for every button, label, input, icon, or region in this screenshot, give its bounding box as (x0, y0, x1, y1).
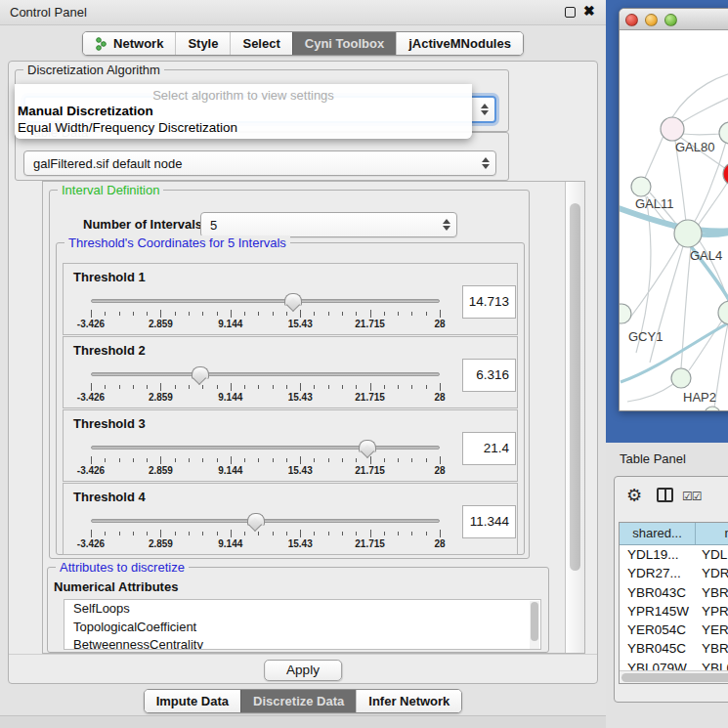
table-cell: YDR27... (620, 564, 696, 582)
table-cell: YDL19... (620, 545, 696, 564)
tab-jactivemnodules[interactable]: jActiveMNodules (396, 32, 523, 55)
table-cell: YDR2 (696, 564, 728, 582)
apply-button[interactable]: Apply (264, 660, 342, 681)
slider-track[interactable] (91, 372, 440, 376)
table-data-combobox[interactable]: galFiltered.sif default node (23, 150, 496, 176)
network-window-titlebar[interactable] (620, 9, 728, 30)
threshold-4-panel: Threshold 4 -3.4262.8599.14415.4321.7152… (63, 483, 518, 555)
network-node[interactable] (620, 304, 631, 323)
network-node[interactable] (661, 117, 684, 141)
threshold-value-field[interactable]: 6.316 (462, 359, 516, 392)
popup-item-manual-discretization[interactable]: Manual Discretization (18, 104, 153, 118)
list-scrollbar[interactable] (530, 601, 539, 650)
slider-tick-labels: -3.4262.8599.14415.4321.71528 (91, 538, 440, 550)
slider-track[interactable] (91, 519, 440, 523)
attribute-list-item[interactable]: SelfLoops (64, 600, 529, 619)
threshold-value-field[interactable]: 14.713 (462, 285, 516, 319)
network-edge[interactable] (627, 384, 673, 402)
attribute-list-item[interactable]: BetweennessCentrality (64, 636, 529, 650)
tick-label: 21.715 (355, 538, 385, 549)
gear-icon[interactable]: ⚙ (626, 485, 642, 506)
top-tabbar: Network Style Select Cyni Toolbox jActiv… (0, 26, 606, 61)
network-node-label: GCY1 (628, 329, 663, 344)
table-row[interactable]: YER054CYER0 (620, 621, 728, 639)
number-of-intervals-combobox[interactable]: 5 (200, 212, 457, 237)
threshold-2-slider[interactable]: -3.4262.8599.14415.4321.71528 (91, 372, 440, 402)
network-node[interactable] (719, 122, 728, 144)
table-row[interactable]: YDR27...YDR2 (620, 564, 728, 582)
column-header-name[interactable]: na (696, 523, 728, 544)
table-toolbar: ⚙ ☑☑ (615, 477, 728, 516)
thresholds-coordinates-group: Threshold's Coordinates for 5 Intervals … (56, 242, 525, 555)
threshold-value-field[interactable]: 21.4 (462, 432, 516, 465)
table-row[interactable]: YBL079WYBL0 (620, 659, 728, 670)
slider-track[interactable] (91, 446, 440, 450)
network-edge[interactable] (645, 136, 664, 178)
attribute-list-item[interactable]: TopologicalCoefficient (64, 619, 529, 637)
scrollbar-thumb[interactable] (621, 673, 728, 682)
number-of-intervals-label: Number of Intervals (83, 217, 202, 232)
table-panel: Table Panel ⚙ ☑☑ shared... na YDL19...YD… (606, 443, 728, 728)
numerical-attributes-list[interactable]: SelfLoopsTopologicalCoefficientBetweenne… (64, 599, 541, 650)
tab-cyni-toolbox[interactable]: Cyni Toolbox (292, 32, 396, 55)
network-node[interactable] (705, 407, 720, 411)
group-title: Interval Definition (58, 183, 163, 197)
close-traffic-light-icon[interactable] (625, 14, 638, 26)
network-edge[interactable] (679, 91, 728, 124)
network-canvas[interactable]: GAL80GACGAL11GAL4GCY1HHAP2 (620, 30, 728, 411)
tick-label: 28 (434, 538, 445, 549)
float-window-icon[interactable] (565, 7, 576, 18)
table-horizontal-scrollbar[interactable] (620, 670, 728, 684)
table-row[interactable]: YPR145WYPR1 (620, 602, 728, 621)
network-window: GAL80GACGAL11GAL4GCY1HHAP2 (619, 8, 728, 411)
combo-stepper-icon (481, 104, 489, 115)
network-node[interactable] (718, 301, 728, 324)
threshold-1-slider[interactable]: -3.4262.8599.14415.4321.71528 (91, 299, 440, 328)
network-edge[interactable] (672, 69, 728, 117)
settings-scrollbar[interactable] (565, 182, 584, 653)
tab-impute-data[interactable]: Impute Data (145, 690, 240, 712)
slider-track[interactable] (91, 299, 440, 303)
tab-infer-network[interactable]: Infer Network (356, 690, 461, 712)
minimize-traffic-light-icon[interactable] (645, 14, 658, 26)
close-icon[interactable]: ✖ (583, 3, 595, 19)
table-cell: YBR0 (696, 639, 728, 658)
tick-label: 21.715 (355, 465, 385, 476)
threshold-value-field[interactable]: 11.344 (462, 505, 516, 538)
threshold-3-slider[interactable]: -3.4262.8599.14415.4321.71528 (91, 446, 440, 475)
network-edge[interactable] (620, 208, 728, 232)
threshold-4-slider[interactable]: -3.4262.8599.14415.4321.71528 (91, 519, 440, 548)
checkboxes-icon[interactable]: ☑☑ (682, 490, 702, 503)
table-row[interactable]: YBR043CYBR0 (620, 583, 728, 602)
popup-item-equal-width-frequency[interactable]: Equal Width/Frequency Discretization (18, 120, 237, 135)
tab-network[interactable]: Network (83, 32, 175, 55)
split-columns-icon[interactable] (657, 488, 673, 502)
zoom-traffic-light-icon[interactable] (664, 14, 677, 26)
tick-label: 21.715 (355, 319, 385, 329)
network-edge[interactable] (714, 323, 728, 407)
tick-label: 15.43 (288, 392, 313, 403)
tab-label: Cyni Toolbox (305, 36, 384, 51)
table-panel-title: Table Panel (620, 451, 686, 466)
tab-discretize-data[interactable]: Discretize Data (240, 690, 356, 712)
numerical-attributes-label: Numerical Attributes (54, 579, 178, 594)
tick-label: -3.426 (77, 465, 105, 476)
network-edge[interactable] (627, 244, 679, 321)
network-node[interactable] (631, 177, 651, 196)
tab-label: Discretize Data (253, 694, 344, 708)
network-edge[interactable] (683, 134, 722, 135)
network-node[interactable] (674, 220, 702, 247)
network-edge[interactable] (650, 246, 683, 363)
network-edge[interactable] (698, 182, 728, 226)
tab-select[interactable]: Select (230, 32, 291, 55)
network-node[interactable] (671, 368, 691, 388)
table-row[interactable]: YBR045CYBR0 (620, 639, 728, 658)
tab-style[interactable]: Style (175, 32, 230, 55)
network-node-label: GAL80 (675, 140, 714, 154)
network-node[interactable] (723, 162, 728, 186)
scrollbar-thumb[interactable] (570, 203, 580, 571)
column-header-shared-name[interactable]: shared... (620, 523, 696, 544)
group-title: Threshold's Coordinates for 5 Intervals (64, 236, 290, 250)
tick-label: 15.43 (288, 465, 313, 476)
table-row[interactable]: YDL19...YDL1 (620, 545, 728, 564)
